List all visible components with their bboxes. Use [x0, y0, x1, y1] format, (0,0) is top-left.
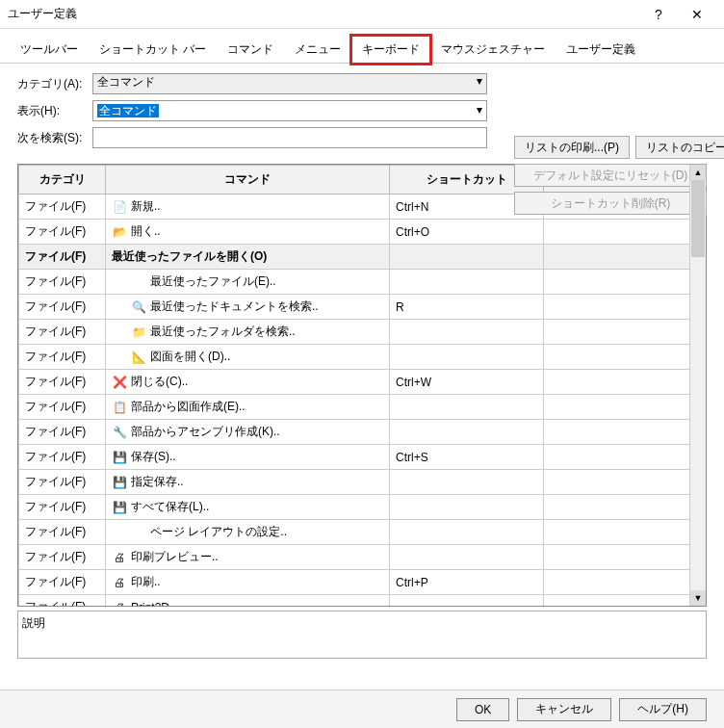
tab-5[interactable]: マウスジェスチャー — [430, 36, 556, 64]
copy-list-button[interactable]: リストのコピー(C) — [635, 136, 724, 159]
table-row[interactable]: ファイル(F)📁最近使ったフォルダを検索.. — [19, 320, 690, 345]
column-header[interactable]: カテゴリ — [19, 166, 106, 195]
display-select[interactable]: 全コマンド ▾ — [92, 100, 487, 121]
help-icon[interactable]: ? — [639, 1, 678, 28]
command-icon: 🖨 — [112, 550, 127, 565]
tab-4[interactable]: キーボード — [351, 36, 430, 64]
command-icon: ❌ — [112, 375, 127, 390]
form-area: カテゴリ(A): 全コマンド ▾ 表示(H): 全コマンド ▾ 次を検索(S):… — [0, 64, 724, 160]
command-icon: 📂 — [112, 224, 127, 240]
table-row[interactable]: ファイル(F)最近使ったファイルを開く(O) — [19, 245, 690, 270]
delete-shortcut-button: ショートカット削除(R) — [514, 192, 707, 215]
scroll-up-icon[interactable]: ▲ — [690, 165, 706, 180]
vertical-scrollbar[interactable]: ▲ ▼ — [689, 165, 706, 606]
description-label: 説明 — [22, 616, 45, 630]
chevron-down-icon: ▾ — [477, 74, 482, 88]
command-table-wrap: カテゴリコマンドショートカット検索ショートカット ファイル(F)📄新規..Ctr… — [17, 164, 707, 607]
cancel-button[interactable]: キャンセル — [517, 698, 611, 721]
table-row[interactable]: ファイル(F)ページ レイアウトの設定.. — [19, 520, 690, 545]
command-table[interactable]: カテゴリコマンドショートカット検索ショートカット ファイル(F)📄新規..Ctr… — [18, 165, 689, 606]
ok-button[interactable]: OK — [456, 698, 509, 721]
table-row[interactable]: ファイル(F)📂開く..Ctrl+O — [19, 220, 690, 245]
search-label: 次を検索(S): — [17, 130, 85, 146]
window-title: ユーザー定義 — [8, 6, 639, 22]
command-icon: 🔍 — [131, 299, 146, 315]
table-row[interactable]: ファイル(F)🖨Print3D.. — [19, 595, 690, 607]
title-bar: ユーザー定義 ? ✕ — [0, 0, 724, 29]
table-row[interactable]: ファイル(F)💾すべて保存(L).. — [19, 495, 690, 520]
tab-2[interactable]: コマンド — [217, 36, 284, 64]
command-icon: 💾 — [112, 475, 127, 490]
table-row[interactable]: ファイル(F)💾保存(S)..Ctrl+S — [19, 445, 690, 470]
table-row[interactable]: ファイル(F)🔧部品からアセンブリ作成(K).. — [19, 420, 690, 445]
reset-default-button: デフォルト設定にリセット(D) — [514, 164, 707, 187]
command-icon: 🖨 — [112, 575, 127, 590]
search-input[interactable] — [92, 127, 487, 148]
scroll-down-icon[interactable]: ▼ — [690, 590, 706, 606]
command-icon: 📋 — [112, 400, 127, 415]
table-row[interactable]: ファイル(F)最近使ったファイル(E).. — [19, 270, 690, 295]
description-box: 説明 — [17, 611, 707, 659]
command-icon: 🖨 — [112, 600, 127, 607]
table-row[interactable]: ファイル(F)🖨印刷プレビュー.. — [19, 545, 690, 570]
table-row[interactable]: ファイル(F)💾指定保存.. — [19, 470, 690, 495]
table-row[interactable]: ファイル(F)📋部品から図面作成(E).. — [19, 395, 690, 420]
command-icon: 📄 — [112, 199, 127, 215]
tab-0[interactable]: ツールバー — [10, 36, 89, 64]
command-icon: 🔧 — [112, 425, 127, 440]
command-icon: 💾 — [112, 450, 127, 465]
table-row[interactable]: ファイル(F)🖨印刷..Ctrl+P — [19, 570, 690, 595]
print-list-button[interactable]: リストの印刷...(P) — [514, 136, 630, 159]
help-button[interactable]: ヘルプ(H) — [619, 698, 707, 721]
column-header[interactable]: コマンド — [106, 166, 390, 195]
category-label: カテゴリ(A): — [17, 76, 85, 92]
dialog-footer: OK キャンセル ヘルプ(H) — [0, 689, 724, 728]
tab-6[interactable]: ユーザー定義 — [556, 36, 646, 64]
command-icon: 📐 — [131, 350, 146, 365]
table-row[interactable]: ファイル(F)📐図面を開く(D).. — [19, 345, 690, 370]
close-icon[interactable]: ✕ — [678, 1, 716, 28]
tab-3[interactable]: メニュー — [284, 36, 351, 64]
command-icon: 📁 — [131, 325, 146, 340]
table-row[interactable]: ファイル(F)🔍最近使ったドキュメントを検索..R — [19, 295, 690, 320]
scroll-thumb[interactable] — [691, 180, 705, 257]
table-row[interactable]: ファイル(F)❌閉じる(C)..Ctrl+W — [19, 370, 690, 395]
display-label: 表示(H): — [17, 103, 85, 119]
tab-1[interactable]: ショートカット バー — [89, 36, 217, 64]
tab-strip: ツールバーショートカット バーコマンドメニューキーボードマウスジェスチャーユーザ… — [0, 29, 724, 64]
command-icon: 💾 — [112, 500, 127, 515]
category-select[interactable]: 全コマンド ▾ — [92, 73, 487, 94]
chevron-down-icon: ▾ — [477, 103, 482, 117]
